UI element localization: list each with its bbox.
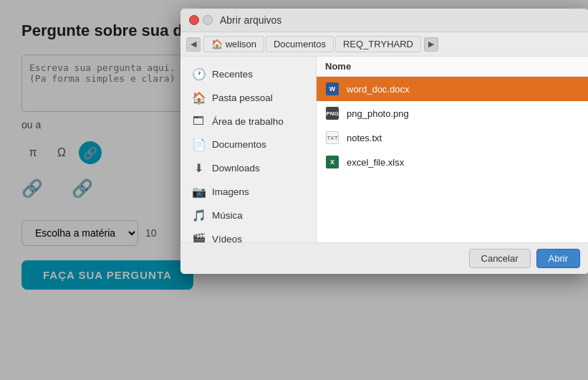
dialog-title: Abrir arquivos (220, 14, 281, 26)
sidebar-label-musica: Música (212, 210, 243, 221)
breadcrumb-welison: welison (226, 39, 256, 49)
excel-icon: X (325, 155, 339, 169)
titlebar-controls (189, 15, 213, 25)
musica-icon: 🎵 (192, 209, 205, 222)
sidebar-label-recentes: Recentes (212, 69, 253, 80)
dialog-body: 🕐 Recentes 🏠 Pasta pessoal 🗔 Área de tra… (180, 57, 588, 242)
area-trabalho-icon: 🗔 (192, 115, 205, 128)
sidebar-item-documentos[interactable]: 📄 Documentos (180, 133, 316, 156)
videos-icon: 🎬 (192, 232, 205, 242)
nav-forward-button[interactable]: ▶ (424, 37, 438, 52)
nav-back-button[interactable]: ◀ (186, 37, 201, 52)
minimize-button[interactable] (203, 15, 213, 25)
dialog-toolbar: ◀ 🏠 welison Documentos REQ_TRYHARD ▶ (180, 32, 588, 57)
file-row-png[interactable]: PNG png_photo.png (317, 101, 588, 125)
breadcrumb-req[interactable]: REQ_TRYHARD (335, 36, 421, 52)
filelist-header: Nome (317, 57, 588, 77)
sidebar-item-pasta-pessoal[interactable]: 🏠 Pasta pessoal (180, 86, 316, 110)
file-dialog: Abrir arquivos ◀ 🏠 welison Documentos RE… (180, 9, 588, 274)
dialog-filelist: Nome W word_doc.docx PNG png_photo.png T… (317, 57, 588, 242)
sidebar-item-videos[interactable]: 🎬 Vídeos (180, 227, 316, 242)
sidebar-item-imagens[interactable]: 📷 Imagens (180, 180, 316, 204)
cancel-button[interactable]: Cancelar (469, 249, 531, 268)
file-name-excel: excel_file.xlsx (347, 157, 404, 168)
file-row-excel[interactable]: X excel_file.xlsx (317, 150, 588, 174)
file-name-txt: notes.txt (347, 133, 382, 143)
breadcrumb-documentos[interactable]: Documentos (266, 36, 334, 52)
open-button[interactable]: Abrir (536, 249, 580, 268)
file-row-txt[interactable]: TXT notes.txt (317, 125, 588, 150)
sidebar-item-area-trabalho[interactable]: 🗔 Área de trabalho (180, 110, 316, 133)
file-name-word: word_doc.docx (347, 84, 409, 95)
sidebar-label-downloads: Downloads (212, 163, 260, 174)
recentes-icon: 🕐 (192, 67, 205, 81)
txt-icon: TXT (325, 130, 339, 145)
sidebar-label-imagens: Imagens (212, 186, 249, 197)
breadcrumb-bar: 🏠 welison Documentos REQ_TRYHARD (203, 36, 421, 52)
sidebar-label-pasta-pessoal: Pasta pessoal (212, 92, 273, 103)
sidebar-item-downloads[interactable]: ⬇ Downloads (180, 156, 316, 180)
downloads-icon: ⬇ (192, 161, 205, 175)
close-button[interactable] (189, 15, 199, 25)
sidebar-label-videos: Vídeos (212, 234, 242, 242)
file-row-word[interactable]: W word_doc.docx (317, 77, 588, 101)
dialog-titlebar: Abrir arquivos (180, 9, 588, 32)
png-icon: PNG (325, 106, 339, 120)
sidebar-item-musica[interactable]: 🎵 Música (180, 204, 316, 227)
home-icon: 🏠 (211, 39, 223, 49)
word-doc-icon: W (325, 82, 339, 96)
file-name-png: png_photo.png (347, 108, 409, 119)
imagens-icon: 📷 (192, 185, 205, 199)
sidebar-item-recentes[interactable]: 🕐 Recentes (180, 62, 316, 86)
sidebar-label-documentos: Documentos (212, 139, 266, 150)
sidebar-label-area-trabalho: Área de trabalho (212, 116, 284, 127)
documentos-icon: 📄 (192, 138, 205, 151)
breadcrumb-home[interactable]: 🏠 welison (203, 36, 264, 52)
dialog-footer: Cancelar Abrir (180, 242, 588, 274)
pasta-pessoal-icon: 🏠 (192, 91, 205, 105)
dialog-sidebar: 🕐 Recentes 🏠 Pasta pessoal 🗔 Área de tra… (180, 57, 317, 242)
